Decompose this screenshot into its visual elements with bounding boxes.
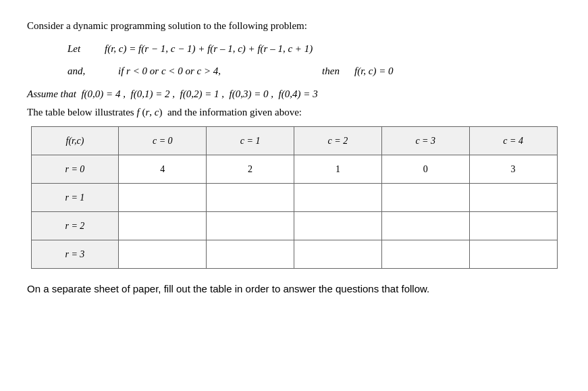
and-condition-line: and, if r < 0 or c < 0 or c > 4, then f(… — [68, 62, 561, 80]
table-description: The table below illustrates f (r, c) and… — [27, 107, 561, 118]
table-cell-r2-c4 — [469, 212, 557, 240]
table-cell-r2-c3 — [381, 212, 469, 240]
assume-label: Assume that — [27, 88, 81, 99]
table-row: r = 1 — [31, 184, 557, 212]
and-label: and, — [68, 62, 118, 80]
table-cell-r0-c3: 0 — [381, 155, 469, 184]
table-cell-r0-c0: 4 — [119, 155, 207, 184]
assume-inline: f(0,0) = 4 , f(0,1) = 2 , f(0,2) = 1 , f… — [81, 88, 317, 99]
table-cell-r1-c4 — [469, 184, 557, 212]
assume-text: Assume that Assume that f(0,0) = 4 , f(0… — [27, 88, 561, 100]
table-cell-r0-c1: 2 — [207, 155, 294, 184]
table-cell-r3-c0 — [119, 240, 207, 269]
main-table: f(r,c)c = 0c = 1c = 2c = 3c = 4r = 04210… — [31, 126, 558, 269]
table-row-label-r2: r = 2 — [31, 212, 119, 240]
table-cell-r2-c2 — [294, 212, 381, 240]
table-header-label: f(r,c) — [31, 127, 119, 155]
table-header-c4: c = 4 — [469, 127, 557, 155]
condition-text: if r < 0 or c < 0 or c > 4, — [118, 62, 307, 80]
then-word: then — [307, 62, 354, 80]
let-label: Let — [68, 40, 105, 58]
table-cell-r0-c2: 1 — [294, 155, 381, 184]
table-row-label-r0: r = 0 — [31, 155, 119, 184]
table-header-c2: c = 2 — [294, 127, 381, 155]
table-desc-text: The table below illustrates f (r, c) and… — [27, 107, 302, 118]
let-formula-line: Let f(r, c) = f(r − 1, c − 1) + f(r – 1,… — [68, 40, 561, 58]
table-row-label-r1: r = 1 — [31, 184, 119, 212]
table-row-label-r3: r = 3 — [31, 240, 119, 269]
table-row: r = 3 — [31, 240, 557, 269]
table-cell-r0-c4: 3 — [469, 155, 557, 184]
table-header-c1: c = 1 — [207, 127, 294, 155]
table-cell-r2-c1 — [207, 212, 294, 240]
table-header-c3: c = 3 — [381, 127, 469, 155]
table-row: r = 2 — [31, 212, 557, 240]
table-cell-r3-c2 — [294, 240, 381, 269]
table-cell-r1-c2 — [294, 184, 381, 212]
table-cell-r2-c0 — [119, 212, 207, 240]
table-cell-r3-c1 — [207, 240, 294, 269]
table-cell-r1-c3 — [381, 184, 469, 212]
footer-text: On a separate sheet of paper, fill out t… — [27, 281, 561, 297]
let-formula: f(r, c) = f(r − 1, c − 1) + f(r – 1, c) … — [105, 40, 313, 58]
result-formula: f(r, c) = 0 — [354, 62, 394, 80]
table-cell-r1-c1 — [207, 184, 294, 212]
table-cell-r1-c0 — [119, 184, 207, 212]
table-row: r = 042103 — [31, 155, 557, 184]
table-cell-r3-c3 — [381, 240, 469, 269]
table-header-c0: c = 0 — [119, 127, 207, 155]
table-cell-r3-c4 — [469, 240, 557, 269]
intro-text: Consider a dynamic programming solution … — [27, 20, 561, 32]
